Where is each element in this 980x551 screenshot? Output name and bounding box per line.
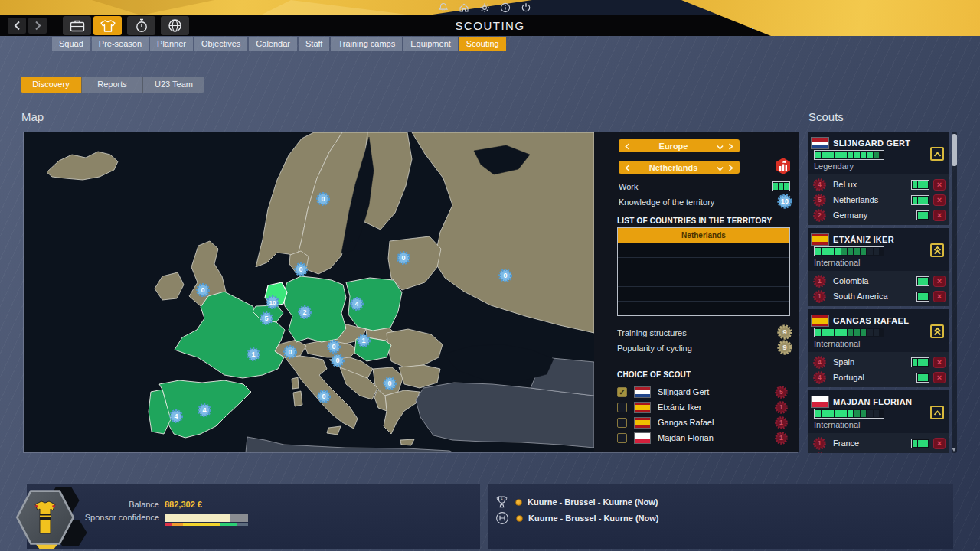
- wheel-icon[interactable]: [161, 16, 189, 35]
- bell-icon[interactable]: [438, 2, 449, 13]
- subtab-discovery[interactable]: Discovery: [21, 77, 82, 93]
- scout-choice-name: Majdan Florian: [658, 433, 714, 442]
- flag-pl-icon: [635, 433, 650, 443]
- svg-text:5: 5: [264, 315, 268, 322]
- map-badge-netherlands: 10: [267, 297, 279, 308]
- map-panel: 0000010524100100044 Europe Netherlands W…: [23, 132, 798, 453]
- coin-icon: [516, 515, 523, 522]
- svg-text:0: 0: [401, 254, 405, 262]
- scouts-scrollbar[interactable]: [952, 132, 957, 453]
- region-next-icon[interactable]: [728, 139, 733, 153]
- collapse-icon[interactable]: [930, 147, 944, 161]
- country-sardinia[interactable]: [293, 391, 302, 406]
- scout-card: SLIJNGARD GERTLegendary4BeLux×5Netherlan…: [808, 132, 949, 225]
- svg-text:1: 1: [251, 350, 255, 358]
- scout-mission-row: 4Spain×: [808, 354, 949, 370]
- remove-mission-icon[interactable]: ×: [933, 438, 946, 449]
- country-next-icon[interactable]: [728, 161, 733, 174]
- forward-button[interactable]: [28, 18, 47, 34]
- scout-choice-row[interactable]: Etxániz Iker1: [617, 400, 790, 414]
- svg-text:0: 0: [288, 348, 292, 356]
- remove-mission-icon[interactable]: ×: [933, 291, 946, 302]
- tab-objectives[interactable]: Objectives: [194, 37, 247, 51]
- svg-text:4: 4: [174, 412, 178, 420]
- event-row[interactable]: Kuurne - Brussel - Kuurne (Now): [495, 510, 659, 526]
- scrollbar-down-icon[interactable]: [952, 448, 956, 452]
- country-germany[interactable]: [283, 276, 346, 342]
- country-dropdown-icon[interactable]: [717, 161, 724, 174]
- scout-missions: 4Spain×4Portugal×: [808, 352, 949, 387]
- scout-level: International: [814, 420, 861, 429]
- europe-map: 0000010524100100044: [24, 132, 594, 452]
- scout-choice-name: Etxániz Iker: [658, 403, 701, 412]
- territory-empty-row: [618, 301, 789, 315]
- remove-mission-icon[interactable]: ×: [933, 179, 946, 191]
- svg-text:9: 9: [782, 343, 787, 351]
- back-button[interactable]: [8, 18, 26, 34]
- map-badge-sweden: 0: [318, 194, 329, 205]
- popularity-label: Popularity of cycling: [617, 344, 692, 353]
- remove-mission-icon[interactable]: ×: [933, 194, 946, 206]
- scout-choice-row[interactable]: ✓Slijngard Gert5: [617, 385, 790, 399]
- tab-calendar[interactable]: Calendar: [249, 37, 297, 51]
- sponsor-confidence-bar: [165, 514, 248, 522]
- territory-country-row[interactable]: Netherlands: [618, 228, 789, 243]
- gear-icon[interactable]: [479, 2, 490, 13]
- report-hex-icon[interactable]: [775, 157, 792, 178]
- scout-skill-bar: [814, 409, 884, 419]
- stopwatch-icon[interactable]: [127, 16, 155, 35]
- tab-squad[interactable]: Squad: [52, 37, 90, 51]
- scout-choice-name: Gangas Rafael: [658, 418, 714, 427]
- mission-work-indicator: [916, 210, 929, 220]
- info-icon[interactable]: [500, 2, 511, 13]
- remove-mission-icon[interactable]: ×: [933, 276, 946, 287]
- scout-choice-checkbox[interactable]: [617, 433, 627, 443]
- map-badge-slovenia: 0: [332, 355, 344, 367]
- power-icon[interactable]: [521, 2, 531, 13]
- scrollbar-thumb[interactable]: [952, 134, 957, 166]
- tab-planner[interactable]: Planner: [150, 37, 193, 51]
- remove-mission-icon[interactable]: ×: [933, 210, 946, 221]
- region-prev-icon[interactable]: [625, 139, 630, 153]
- remove-mission-icon[interactable]: ×: [933, 357, 946, 368]
- country-corsica[interactable]: [292, 377, 299, 389]
- mission-count-badge: 1: [812, 452, 827, 454]
- home-icon[interactable]: [459, 2, 469, 13]
- event-row[interactable]: 1Kuurne - Brussel - Kuurne (Now): [495, 494, 658, 510]
- tab-scouting[interactable]: Scouting: [459, 37, 506, 51]
- tab-pre-season[interactable]: Pre-season: [92, 37, 149, 51]
- remove-mission-icon[interactable]: ×: [933, 453, 946, 454]
- svg-text:0: 0: [201, 286, 204, 294]
- map-badge-uk: 0: [198, 285, 209, 296]
- country-selector[interactable]: Netherlands: [619, 161, 740, 174]
- svg-text:1: 1: [818, 277, 822, 285]
- scout-choice-checkbox[interactable]: ✓: [617, 387, 627, 397]
- scout-choice-checkbox[interactable]: [617, 418, 627, 428]
- mission-work-indicator: [911, 357, 929, 367]
- tab-staff[interactable]: Staff: [299, 37, 329, 51]
- collapse-double-icon[interactable]: [930, 324, 944, 338]
- scouting-jersey-icon[interactable]: [93, 16, 122, 35]
- briefcase-icon[interactable]: [63, 16, 91, 35]
- map-badge-denmark: 0: [296, 264, 307, 276]
- subtab-u23-team[interactable]: U23 Team: [143, 77, 204, 93]
- scout-choice-row[interactable]: Gangas Rafael1: [617, 416, 790, 429]
- collapse-double-icon[interactable]: [930, 243, 944, 257]
- tab-equipment[interactable]: Equipment: [403, 37, 458, 51]
- scout-choice-row[interactable]: Majdan Florian1: [617, 431, 790, 445]
- country-prev-icon[interactable]: [625, 161, 630, 174]
- mission-count-badge: 4: [812, 370, 827, 385]
- mission-count-badge: 1: [812, 436, 827, 451]
- race-icon: [495, 511, 509, 525]
- remove-mission-icon[interactable]: ×: [933, 372, 946, 383]
- scout-name: GANGAS RAFAEL: [833, 316, 909, 325]
- collapse-icon[interactable]: [930, 406, 944, 419]
- scout-choice-checkbox[interactable]: [617, 403, 627, 412]
- tab-training-camps[interactable]: Training camps: [331, 37, 402, 51]
- svg-text:1: 1: [818, 439, 822, 447]
- mission-count-badge: 2: [812, 208, 827, 223]
- scout-mission-count-badge: 5: [774, 385, 789, 399]
- region-selector[interactable]: Europe: [619, 139, 740, 152]
- region-dropdown-icon[interactable]: [717, 139, 724, 153]
- subtab-reports[interactable]: Reports: [82, 77, 143, 93]
